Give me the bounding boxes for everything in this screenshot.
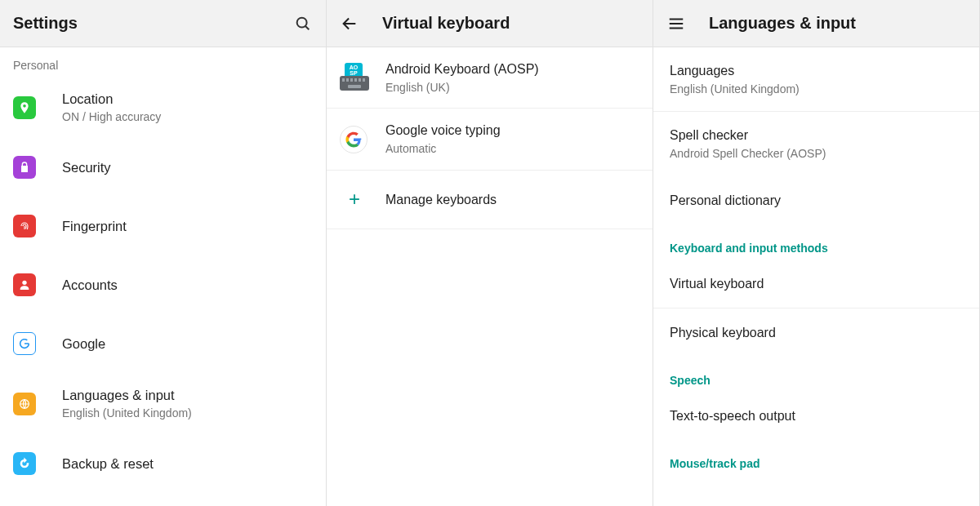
svg-line-1	[305, 25, 309, 29]
vk-item-android-keyboard[interactable]: AOSP Android Keyboard (AOSP) English (UK…	[327, 47, 653, 109]
aosp-keyboard-icon: AOSP	[340, 64, 385, 91]
settings-category-personal: Personal	[0, 47, 326, 77]
li-item-label: Text-to-speech output	[670, 407, 963, 425]
search-icon[interactable]	[293, 14, 313, 33]
li-category-speech: Speech	[653, 357, 979, 392]
settings-item-label: Security	[62, 158, 313, 176]
restore-icon	[13, 452, 62, 475]
li-item-spell-checker[interactable]: Spell checker Android Spell Checker (AOS…	[653, 112, 979, 175]
languages-input-panel: Languages & input Languages English (Uni…	[653, 0, 980, 506]
settings-item-label: Accounts	[62, 276, 313, 294]
lock-icon	[13, 156, 62, 179]
settings-item-label: Location	[62, 90, 313, 108]
settings-item-label: Languages & input	[62, 386, 313, 404]
settings-item-backup-reset[interactable]: Backup & reset	[0, 434, 326, 493]
vk-item-label: Manage keyboards	[385, 191, 639, 209]
li-item-virtual-keyboard[interactable]: Virtual keyboard	[653, 260, 979, 308]
li-item-personal-dictionary[interactable]: Personal dictionary	[653, 176, 979, 225]
vk-item-manage-keyboards[interactable]: + Manage keyboards	[327, 171, 653, 229]
hamburger-icon[interactable]	[666, 14, 686, 33]
google-logo-icon	[340, 126, 385, 153]
settings-item-languages-input[interactable]: Languages & input English (United Kingdo…	[0, 373, 326, 434]
settings-item-fingerprint[interactable]: Fingerprint	[0, 197, 326, 255]
li-item-tts-output[interactable]: Text-to-speech output	[653, 392, 979, 441]
location-icon	[13, 96, 62, 119]
li-item-physical-keyboard[interactable]: Physical keyboard	[653, 308, 979, 357]
li-category-keyboard-methods: Keyboard and input methods	[653, 225, 979, 260]
settings-panel: Settings Personal Location ON / High acc…	[0, 0, 327, 506]
settings-list: Personal Location ON / High accuracy Sec…	[0, 47, 326, 506]
li-item-sub: English (United Kingdom)	[670, 82, 963, 97]
li-item-languages[interactable]: Languages English (United Kingdom)	[653, 47, 979, 112]
vk-item-label: Android Keyboard (AOSP)	[385, 60, 639, 78]
settings-item-label: Fingerprint	[62, 217, 313, 235]
vk-item-google-voice[interactable]: Google voice typing Automatic	[327, 109, 653, 170]
li-item-label: Virtual keyboard	[670, 275, 963, 293]
settings-item-sub: English (United Kingdom)	[62, 406, 313, 421]
vk-item-sub: English (UK)	[385, 80, 639, 95]
vk-item-sub: Automatic	[385, 141, 639, 157]
settings-item-sub: ON / High accuracy	[62, 109, 313, 125]
li-item-label: Languages	[670, 62, 963, 80]
settings-item-label: Google	[62, 335, 313, 353]
fingerprint-icon	[13, 215, 62, 237]
vk-list: AOSP Android Keyboard (AOSP) English (UK…	[327, 47, 653, 506]
settings-item-location[interactable]: Location ON / High accuracy	[0, 77, 326, 138]
settings-item-accounts[interactable]: Accounts	[0, 255, 326, 314]
li-category-mouse-trackpad: Mouse/track pad	[653, 441, 979, 475]
li-item-label: Spell checker	[670, 126, 963, 144]
google-g-icon	[13, 332, 62, 355]
li-list: Languages English (United Kingdom) Spell…	[653, 47, 979, 506]
settings-appbar: Settings	[0, 0, 326, 47]
li-item-sub: Android Spell Checker (AOSP)	[670, 146, 963, 162]
back-icon[interactable]	[340, 14, 359, 33]
li-item-label: Physical keyboard	[670, 324, 963, 342]
li-title: Languages & input	[709, 14, 966, 33]
li-appbar: Languages & input	[653, 0, 979, 47]
settings-title: Settings	[13, 14, 293, 33]
svg-point-2	[22, 281, 26, 285]
settings-item-security[interactable]: Security	[0, 138, 326, 197]
svg-point-0	[297, 17, 307, 27]
vk-title: Virtual keyboard	[382, 14, 639, 33]
vk-item-label: Google voice typing	[385, 122, 639, 140]
globe-icon	[13, 393, 62, 415]
settings-item-google[interactable]: Google	[0, 314, 326, 373]
virtual-keyboard-panel: Virtual keyboard AOSP Android Keyboard (…	[327, 0, 653, 506]
plus-icon: +	[340, 188, 385, 211]
person-icon	[13, 273, 62, 296]
settings-item-label: Backup & reset	[62, 455, 313, 473]
vk-appbar: Virtual keyboard	[327, 0, 653, 47]
li-item-label: Personal dictionary	[670, 192, 963, 210]
